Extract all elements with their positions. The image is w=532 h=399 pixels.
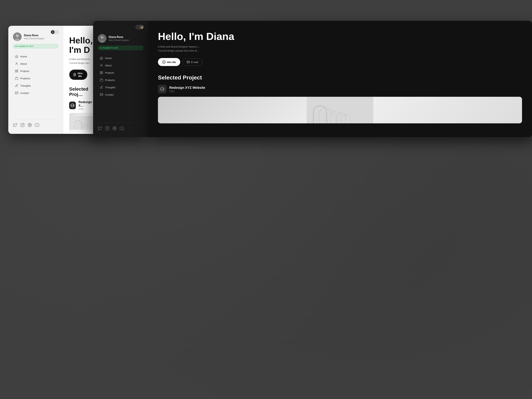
theme-toggle-light[interactable]: ☀ [50, 30, 59, 34]
theme-toggle-dark[interactable]: 🌙 [135, 25, 144, 29]
project-thumbnail-light [69, 113, 95, 133]
social-row [13, 119, 58, 129]
twitter-icon-dark[interactable] [98, 126, 102, 131]
nav-item-contact[interactable]: Contact [13, 90, 58, 96]
nav-item-projects-dark[interactable]: Projects [98, 69, 143, 76]
email-button-dark[interactable]: E-mail [183, 58, 202, 66]
badge-dot [15, 46, 17, 47]
badge-label-dark: Available for work [102, 47, 118, 49]
badge-dot-dark [100, 47, 101, 49]
selected-project-title-dark: Selected Project [158, 74, 522, 81]
svg-rect-6 [15, 71, 16, 72]
nav-item-projects[interactable]: Projects [13, 68, 58, 74]
nav-item-home-dark[interactable]: Home [98, 55, 143, 61]
svg-rect-28 [100, 93, 103, 95]
cta-row-dark: + Hire Me E-mail [158, 58, 522, 66]
profile-name-dark: Diana Rose [109, 35, 129, 38]
svg-rect-27 [100, 79, 103, 81]
project-name-light: Redesign X… [78, 101, 95, 108]
hero-greeting-light: Hello, I'm D [69, 36, 95, 55]
svg-point-3 [16, 63, 17, 64]
project-name-dark: Redesign XYZ Website [169, 86, 205, 90]
dribbble-icon-dark[interactable] [112, 126, 117, 131]
svg-rect-5 [17, 70, 18, 71]
badge-label: Available for work [18, 45, 33, 47]
project-year-light: 2023 [78, 108, 95, 110]
twitter-icon[interactable] [13, 123, 17, 127]
dark-sidebar: 🌙 Diana Rose Web & Brand Designer Availa… [93, 21, 148, 137]
svg-point-11 [22, 124, 23, 126]
light-sidebar: ☀ Diana Rose Web & Brand Designer [8, 26, 63, 134]
svg-marker-14 [37, 125, 38, 126]
nav-thoughts-label: Thoughts [20, 84, 31, 87]
svg-rect-23 [100, 71, 101, 72]
hero-greeting-dark: Hello, I'm Diana [158, 31, 522, 42]
project-icon-light [69, 101, 76, 109]
email-label-dark: E-mail [191, 61, 198, 63]
svg-rect-10 [21, 123, 24, 127]
cta-row-light: + Hire Me E [69, 70, 95, 80]
nav-contact-label: Contact [20, 92, 29, 95]
light-panel: ☀ Diana Rose Web & Brand Designer [8, 26, 101, 134]
nav-item-home[interactable]: Home [13, 53, 58, 60]
selected-project-title-light: Selected Proj… [69, 86, 95, 97]
nav-item-about-dark[interactable]: About [98, 62, 143, 69]
svg-rect-25 [100, 73, 101, 74]
nav-item-products-dark[interactable]: Products [98, 77, 143, 83]
available-badge-dark: Available for work [98, 46, 143, 50]
profile-title-dark: Web & Brand Designer [109, 39, 129, 41]
svg-point-30 [107, 128, 108, 129]
project-thumbnail-dark [158, 97, 522, 123]
profile-title: Web & Brand Designer [24, 38, 44, 40]
sun-icon: ☀ [51, 30, 55, 34]
moon-icon: 🌙 [140, 25, 144, 29]
instagram-icon-dark[interactable] [105, 126, 109, 131]
nav-home-label-dark: Home [105, 57, 112, 59]
avatar-dark [98, 34, 106, 43]
nav-item-contact-dark[interactable]: Contact [98, 91, 143, 98]
nav-products-label: Products [20, 77, 30, 80]
svg-rect-8 [15, 78, 18, 80]
profile-name: Diana Rose [24, 34, 44, 37]
instagram-icon[interactable] [20, 123, 25, 127]
svg-rect-4 [15, 70, 16, 71]
svg-point-20 [101, 36, 104, 39]
svg-marker-33 [121, 128, 122, 129]
nav-list: Home About Projects [13, 53, 58, 96]
hire-me-label-dark: Hire Me [167, 61, 176, 63]
project-year-dark: 2023 [169, 90, 205, 93]
svg-rect-9 [15, 92, 18, 94]
nav-item-products[interactable]: Products [13, 75, 58, 82]
hero-desc-dark: A Web and Brand Designer based o…I turne… [158, 45, 244, 53]
svg-rect-34 [187, 61, 190, 63]
nav-thoughts-label-dark: Thoughts [105, 86, 115, 89]
youtube-icon-dark[interactable] [120, 126, 124, 131]
nav-about-label-dark: About [105, 64, 112, 67]
nav-projects-label-dark: Projects [105, 71, 114, 74]
svg-rect-29 [105, 127, 109, 130]
svg-point-1 [16, 34, 19, 37]
svg-rect-7 [17, 71, 18, 72]
nav-item-about[interactable]: About [13, 60, 58, 67]
svg-point-31 [108, 127, 108, 127]
nav-item-thoughts-dark[interactable]: Thoughts [98, 84, 143, 91]
hire-me-button-dark[interactable]: + Hire Me [158, 58, 180, 66]
youtube-icon[interactable] [35, 123, 39, 127]
plus-icon-dark: + [162, 60, 165, 64]
svg-rect-26 [102, 73, 103, 74]
svg-point-12 [23, 124, 24, 124]
hero-desc-light: A Web and Brand D…I turned design can… [69, 57, 95, 65]
social-row-dark [98, 123, 143, 132]
nav-products-label-dark: Products [105, 79, 115, 82]
hire-me-button-light[interactable]: + Hire Me [69, 70, 87, 80]
plus-icon: + [74, 73, 76, 76]
nav-list-dark: Home About Projects [98, 55, 143, 98]
available-badge: Available for work [13, 44, 58, 48]
nav-about-label: About [20, 62, 27, 65]
nav-item-thoughts[interactable]: Thoughts [13, 82, 58, 89]
project-row-light: Redesign X… 2023 [69, 101, 95, 110]
dribbble-icon[interactable] [28, 123, 32, 127]
svg-rect-37 [307, 97, 373, 123]
project-icon-dark [158, 85, 167, 93]
nav-home-label: Home [20, 55, 27, 58]
